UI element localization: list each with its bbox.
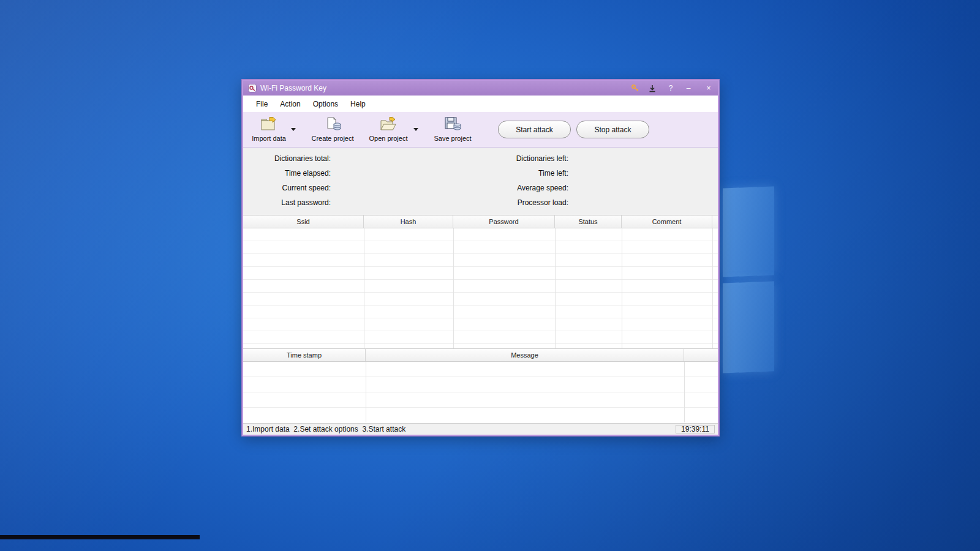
close-button[interactable]: × <box>704 84 713 92</box>
toolbar: Import data Create project <box>243 112 718 148</box>
desktop: Wi-Fi Password Key ? – × <box>0 0 980 551</box>
results-table-header: Ssid Hash Password Status Comment <box>243 215 718 228</box>
stat-time-left: Time left: <box>243 169 568 178</box>
menu-help[interactable]: Help <box>344 97 372 111</box>
column-header-filler <box>684 349 718 361</box>
stat-average-speed: Average speed: <box>243 184 568 192</box>
help-button[interactable]: ? <box>666 84 675 92</box>
results-table-body[interactable] <box>243 228 718 348</box>
column-divider <box>453 228 454 348</box>
import-data-button[interactable]: Import data <box>248 116 290 142</box>
create-project-label: Create project <box>311 135 353 142</box>
column-divider <box>712 228 713 348</box>
windows-logo-pane-top <box>723 187 774 277</box>
menu-action[interactable]: Action <box>274 97 306 111</box>
save-project-label: Save project <box>434 135 471 142</box>
statusbar: 1.Import data 2.Set attack options 3.Sta… <box>243 423 718 435</box>
menu-options[interactable]: Options <box>307 97 344 111</box>
column-header-timestamp[interactable]: Time stamp <box>243 349 366 361</box>
column-header-message[interactable]: Message <box>366 349 684 361</box>
stats-panel: Dictionaries total: Time elapsed: Curren… <box>243 148 718 215</box>
titlebar-controls: ? – × <box>631 84 713 92</box>
log-table-header: Time stamp Message <box>243 348 718 362</box>
column-divider <box>684 362 685 422</box>
column-header-filler <box>712 216 718 228</box>
open-project-button[interactable]: Open project <box>366 116 411 142</box>
import-data-icon <box>260 116 278 133</box>
open-project-icon <box>379 116 398 133</box>
import-data-label: Import data <box>252 135 286 142</box>
import-dropdown-icon[interactable] <box>291 128 296 131</box>
stop-attack-button[interactable]: Stop attack <box>576 121 649 138</box>
menu-file[interactable]: File <box>250 97 274 111</box>
create-project-icon <box>323 116 342 133</box>
window-title: Wi-Fi Password Key <box>260 84 326 92</box>
column-divider <box>555 228 556 348</box>
app-icon <box>248 84 257 92</box>
key-icon[interactable] <box>631 84 639 92</box>
stat-processor-load: Processor load: <box>243 198 568 207</box>
log-table: Time stamp Message <box>243 348 718 423</box>
column-divider <box>364 228 364 348</box>
statusbar-hint: 1.Import data 2.Set attack options 3.Sta… <box>246 425 405 433</box>
app-window: Wi-Fi Password Key ? – × <box>242 80 719 436</box>
open-project-label: Open project <box>369 135 408 142</box>
taskbar[interactable] <box>0 535 200 539</box>
menubar: File Action Options Help <box>243 96 718 112</box>
stat-dictionaries-left: Dictionaries left: <box>243 154 568 163</box>
results-table: Ssid Hash Password Status Comment <box>243 215 718 348</box>
windows-logo <box>723 187 774 372</box>
minimize-button[interactable]: – <box>684 84 693 92</box>
column-header-comment[interactable]: Comment <box>622 216 712 228</box>
column-divider <box>366 362 366 422</box>
column-header-password[interactable]: Password <box>453 216 555 228</box>
save-project-button[interactable]: Save project <box>431 116 475 142</box>
log-table-body[interactable] <box>243 362 718 422</box>
open-dropdown-icon[interactable] <box>413 128 418 131</box>
download-icon[interactable] <box>649 84 657 92</box>
column-divider <box>622 228 622 348</box>
column-header-ssid[interactable]: Ssid <box>243 216 364 228</box>
start-attack-button[interactable]: Start attack <box>498 121 571 138</box>
statusbar-clock: 19:39:11 <box>676 425 715 433</box>
titlebar[interactable]: Wi-Fi Password Key ? – × <box>243 81 718 96</box>
column-header-status[interactable]: Status <box>555 216 622 228</box>
create-project-button[interactable]: Create project <box>309 116 356 142</box>
column-header-hash[interactable]: Hash <box>364 216 453 228</box>
windows-logo-pane-bottom <box>723 282 774 373</box>
save-project-icon <box>443 116 462 133</box>
